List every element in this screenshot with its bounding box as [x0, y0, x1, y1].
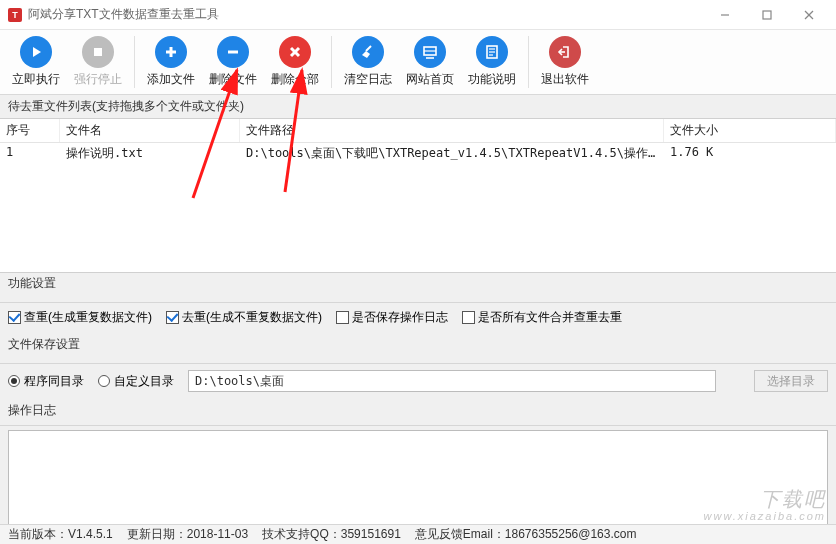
exit-label: 退出软件 [541, 71, 589, 88]
svg-line-11 [366, 46, 371, 51]
radio-custom-dir[interactable]: 自定义目录 [98, 373, 174, 390]
checkbox-save-log[interactable]: 是否保存操作日志 [336, 309, 448, 326]
checkbox-duplicate[interactable]: 查重(生成重复数据文件) [8, 309, 152, 326]
function-settings-title: 功能设置 [8, 275, 828, 292]
function-settings-row: 查重(生成重复数据文件) 去重(生成不重复数据文件) 是否保存操作日志 是否所有… [0, 303, 836, 332]
maximize-button[interactable] [746, 0, 788, 30]
close-button[interactable] [788, 0, 830, 30]
log-group: 操作日志 [0, 398, 836, 425]
col-header-index[interactable]: 序号 [0, 119, 60, 142]
col-header-size[interactable]: 文件大小 [664, 119, 836, 142]
checkbox-label: 是否所有文件合并查重去重 [478, 309, 622, 326]
stop-button[interactable]: 强行停止 [68, 34, 128, 90]
toolbar-separator [134, 36, 135, 88]
save-settings-row: 程序同目录 自定义目录 D:\tools\桌面 选择目录 [0, 364, 836, 398]
window-title: 阿斌分享TXT文件数据查重去重工具 [28, 6, 704, 23]
save-settings-title: 文件保存设置 [8, 336, 828, 353]
file-list-caption: 待去重文件列表(支持拖拽多个文件或文件夹) [0, 95, 836, 118]
toolbar-separator [331, 36, 332, 88]
svg-rect-1 [763, 11, 771, 19]
col-header-path[interactable]: 文件路径 [240, 119, 664, 142]
radio-label: 程序同目录 [24, 373, 84, 390]
cell-name: 操作说明.txt [60, 143, 240, 164]
minimize-button[interactable] [704, 0, 746, 30]
minus-icon [217, 36, 249, 68]
col-header-name[interactable]: 文件名 [60, 119, 240, 142]
broom-icon [352, 36, 384, 68]
window-controls [704, 0, 830, 30]
status-date: 更新日期：2018-11-03 [127, 526, 248, 543]
monitor-icon [414, 36, 446, 68]
exit-icon [549, 36, 581, 68]
homepage-button[interactable]: 网站首页 [400, 34, 460, 90]
status-email: 意见反馈Email：18676355256@163.com [415, 526, 637, 543]
clear-log-label: 清空日志 [344, 71, 392, 88]
exit-button[interactable]: 退出软件 [535, 34, 595, 90]
radio-label: 自定义目录 [114, 373, 174, 390]
checkbox-icon [8, 311, 21, 324]
checkbox-icon [462, 311, 475, 324]
remove-file-button[interactable]: 删除文件 [203, 34, 263, 90]
play-icon [20, 36, 52, 68]
status-version: 当前版本：V1.4.5.1 [8, 526, 113, 543]
radio-same-dir[interactable]: 程序同目录 [8, 373, 84, 390]
file-list-header: 序号 文件名 文件路径 文件大小 [0, 119, 836, 143]
remove-all-label: 删除全部 [271, 71, 319, 88]
cross-icon [279, 36, 311, 68]
function-settings-group: 功能设置 [0, 273, 836, 302]
checkbox-icon [166, 311, 179, 324]
path-input[interactable]: D:\tools\桌面 [188, 370, 716, 392]
radio-icon [8, 375, 20, 387]
stop-icon [82, 36, 114, 68]
titlebar: T 阿斌分享TXT文件数据查重去重工具 [0, 0, 836, 30]
run-label: 立即执行 [12, 71, 60, 88]
help-button[interactable]: 功能说明 [462, 34, 522, 90]
table-row[interactable]: 1 操作说明.txt D:\tools\桌面\下载吧\TXTRepeat_v1.… [0, 143, 836, 164]
svg-marker-4 [33, 47, 41, 57]
checkbox-dedup[interactable]: 去重(生成不重复数据文件) [166, 309, 322, 326]
document-icon [476, 36, 508, 68]
svg-rect-5 [94, 48, 102, 56]
checkbox-icon [336, 311, 349, 324]
add-label: 添加文件 [147, 71, 195, 88]
help-label: 功能说明 [468, 71, 516, 88]
stop-label: 强行停止 [74, 71, 122, 88]
statusbar: 当前版本：V1.4.5.1 更新日期：2018-11-03 技术支持QQ：359… [0, 524, 836, 544]
checkbox-label: 是否保存操作日志 [352, 309, 448, 326]
clear-log-button[interactable]: 清空日志 [338, 34, 398, 90]
toolbar-separator [528, 36, 529, 88]
remove-label: 删除文件 [209, 71, 257, 88]
cell-size: 1.76 K [664, 143, 836, 164]
toolbar: 立即执行 强行停止 添加文件 删除文件 删除全部 清空日志 网站首页 功能说明 … [0, 30, 836, 95]
save-settings-group: 文件保存设置 [0, 332, 836, 363]
cell-index: 1 [0, 143, 60, 164]
checkbox-merge-all[interactable]: 是否所有文件合并查重去重 [462, 309, 622, 326]
file-list[interactable]: 序号 文件名 文件路径 文件大小 1 操作说明.txt D:\tools\桌面\… [0, 118, 836, 273]
app-icon: T [8, 8, 22, 22]
run-button[interactable]: 立即执行 [6, 34, 66, 90]
choose-dir-label: 选择目录 [767, 373, 815, 390]
checkbox-label: 查重(生成重复数据文件) [24, 309, 152, 326]
checkbox-label: 去重(生成不重复数据文件) [182, 309, 322, 326]
add-file-button[interactable]: 添加文件 [141, 34, 201, 90]
remove-all-button[interactable]: 删除全部 [265, 34, 325, 90]
cell-path: D:\tools\桌面\下载吧\TXTRepeat_v1.4.5\TXTRepe… [240, 143, 664, 164]
choose-dir-button[interactable]: 选择目录 [754, 370, 828, 392]
status-qq: 技术支持QQ：359151691 [262, 526, 401, 543]
homepage-label: 网站首页 [406, 71, 454, 88]
radio-icon [98, 375, 110, 387]
plus-icon [155, 36, 187, 68]
log-title: 操作日志 [8, 402, 828, 419]
path-value: D:\tools\桌面 [195, 373, 284, 390]
